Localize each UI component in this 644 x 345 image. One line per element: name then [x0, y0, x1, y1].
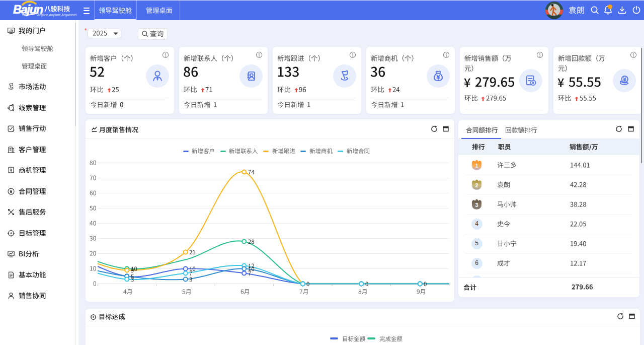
svg-text:1: 1: [475, 163, 478, 169]
svg-text:3: 3: [475, 202, 478, 208]
svg-text:2: 2: [475, 182, 478, 188]
